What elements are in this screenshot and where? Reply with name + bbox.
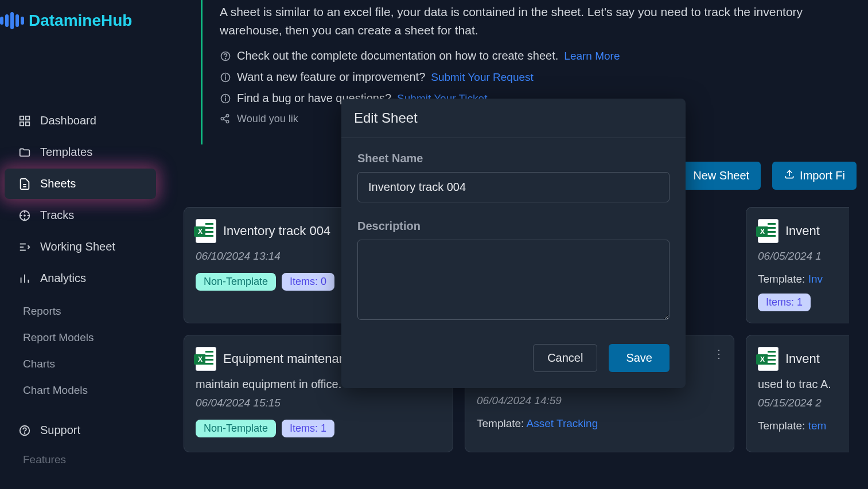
logo-bars-icon	[0, 12, 24, 29]
template-label: Template:	[758, 420, 805, 432]
sidebar-sub-report-models[interactable]: Report Models	[0, 324, 161, 351]
import-file-button[interactable]: Import Fi	[772, 162, 857, 190]
svg-point-24	[225, 75, 226, 75]
card-date: 06/05/2024 1	[758, 250, 838, 263]
help-circle-icon	[220, 50, 231, 62]
excel-icon	[758, 219, 779, 243]
brand-logo[interactable]: DatamineHub	[0, 11, 161, 47]
share-icon	[220, 114, 231, 125]
sheet-name-input[interactable]	[357, 172, 670, 202]
button-label: New Sheet	[693, 169, 749, 182]
svg-rect-1	[26, 116, 29, 119]
items-badge: Items: 1	[758, 294, 811, 311]
cancel-button[interactable]: Cancel	[533, 344, 597, 372]
excel-icon	[196, 347, 216, 371]
svg-point-30	[226, 120, 229, 123]
svg-point-21	[225, 58, 226, 58]
card-title: Invent	[785, 351, 820, 366]
svg-point-29	[221, 117, 224, 120]
non-template-badge: Non-Template	[196, 420, 276, 437]
sheet-card[interactable]: Invent used to trac A. 05/15/2024 2 Temp…	[746, 335, 849, 452]
svg-point-28	[226, 114, 229, 117]
svg-line-32	[223, 119, 226, 121]
sidebar-item-working-sheet[interactable]: Working Sheet	[5, 232, 156, 262]
info-icon	[220, 93, 231, 104]
card-date: 06/04/2024 15:15	[196, 397, 441, 409]
sidebar-item-support[interactable]: Support	[5, 415, 156, 445]
card-title: Equipment maintenanc	[223, 351, 352, 366]
card-menu-button[interactable]: ⋮	[713, 347, 725, 361]
template-link[interactable]: Asset Tracking	[527, 417, 598, 429]
sidebar-item-sheets[interactable]: Sheets	[5, 169, 156, 199]
sheet-card[interactable]: Invent 06/05/2024 1 Template: Inv Items:…	[746, 207, 849, 323]
non-template-badge: Non-Template	[196, 273, 276, 291]
sidebar-item-label: Templates	[40, 146, 92, 159]
brand-name: DatamineHub	[29, 11, 132, 30]
help-icon	[18, 424, 31, 437]
flow-icon	[18, 241, 31, 253]
template-label: Template:	[758, 273, 805, 285]
template-link[interactable]: Inv	[808, 273, 823, 285]
save-button[interactable]: Save	[609, 344, 670, 372]
template-link[interactable]: tem	[808, 420, 827, 432]
grid-icon	[18, 115, 31, 127]
sidebar-sub-charts[interactable]: Charts	[0, 351, 161, 377]
svg-point-7	[24, 215, 25, 216]
sidebar-item-tracks[interactable]: Tracks	[5, 200, 156, 230]
svg-point-27	[225, 96, 226, 96]
svg-point-19	[25, 433, 25, 433]
sheet-name-label: Sheet Name	[357, 152, 670, 165]
card-desc: used to trac A.	[758, 378, 838, 391]
svg-rect-3	[26, 122, 29, 125]
intro-line-text: Would you lik	[237, 113, 298, 125]
sidebar-item-analytics[interactable]: Analytics	[5, 263, 156, 294]
upload-icon	[784, 169, 795, 183]
excel-icon	[758, 347, 779, 371]
new-sheet-button[interactable]: New Sheet	[682, 162, 761, 190]
submit-request-link[interactable]: Submit Your Request	[431, 71, 534, 84]
sidebar-sub-chart-models[interactable]: Chart Models	[0, 377, 161, 404]
intro-line-text: Check out the complete documentation on …	[237, 49, 558, 62]
sidebar-item-dashboard[interactable]: Dashboard	[5, 105, 156, 136]
sidebar-item-label: Support	[40, 424, 80, 437]
template-label: Template:	[477, 417, 524, 429]
intro-line-docs: Check out the complete documentation on …	[220, 49, 857, 62]
items-badge: Items: 0	[282, 273, 334, 291]
svg-rect-0	[20, 116, 24, 119]
card-title: Invent	[785, 224, 820, 238]
info-icon	[220, 72, 231, 83]
card-title: Inventory track 004	[223, 224, 330, 238]
card-date: 06/04/2024 14:59	[477, 394, 722, 407]
description-textarea[interactable]	[357, 240, 670, 320]
sidebar-item-templates[interactable]: Templates	[5, 137, 156, 167]
sidebar: DatamineHub Dashboard Templates Sheets T…	[0, 0, 161, 489]
excel-icon	[196, 219, 216, 243]
sidebar-item-label: Dashboard	[40, 114, 96, 127]
sidebar-item-label: Analytics	[40, 272, 86, 285]
modal-title: Edit Sheet	[341, 99, 686, 138]
sidebar-item-label: Tracks	[40, 209, 74, 222]
svg-line-31	[223, 116, 226, 118]
target-icon	[18, 209, 31, 222]
bar-chart-icon	[18, 272, 31, 285]
sidebar-item-label: Working Sheet	[40, 240, 115, 253]
intro-text: A sheet is similar to an excel file, you…	[220, 3, 857, 39]
edit-sheet-modal: Edit Sheet Sheet Name Description Cancel…	[341, 99, 686, 388]
sidebar-sub-reports[interactable]: Reports	[0, 298, 161, 324]
intro-line-text: Want a new feature or improvement?	[237, 71, 425, 84]
sidebar-item-label: Sheets	[40, 177, 76, 190]
sidebar-sub-features[interactable]: Features	[0, 447, 161, 473]
intro-line-feature: Want a new feature or improvement? Submi…	[220, 71, 857, 84]
learn-more-link[interactable]: Learn More	[564, 50, 620, 62]
svg-rect-2	[20, 122, 24, 125]
description-label: Description	[357, 220, 670, 233]
folder-icon	[18, 146, 31, 159]
button-label: Import Fi	[800, 169, 845, 182]
card-date: 05/15/2024 2	[758, 397, 838, 409]
file-icon	[18, 178, 31, 190]
items-badge: Items: 1	[282, 420, 334, 437]
